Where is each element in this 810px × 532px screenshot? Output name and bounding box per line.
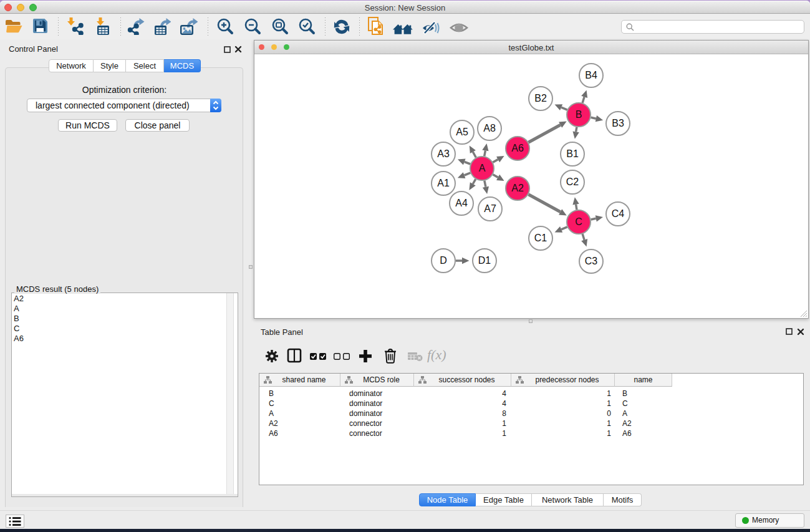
svg-text:A5: A5 (456, 127, 468, 137)
svg-text:B1: B1 (566, 148, 579, 159)
svg-text:A6: A6 (511, 143, 524, 153)
svg-text:A4: A4 (455, 198, 468, 208)
svg-text:C: C (575, 216, 582, 227)
svg-text:C3: C3 (585, 256, 598, 266)
svg-text:A2: A2 (511, 183, 524, 193)
svg-text:B2: B2 (534, 93, 547, 104)
svg-text:B: B (576, 109, 582, 120)
svg-text:B4: B4 (585, 70, 597, 80)
svg-text:D: D (440, 255, 447, 266)
svg-text:C4: C4 (612, 208, 625, 219)
svg-text:A7: A7 (484, 203, 496, 214)
svg-text:D1: D1 (478, 255, 491, 266)
svg-text:C2: C2 (566, 177, 579, 187)
svg-text:C1: C1 (534, 233, 547, 243)
svg-text:A: A (479, 163, 486, 173)
svg-text:A1: A1 (437, 178, 450, 188)
svg-text:A3: A3 (437, 148, 450, 159)
svg-text:B3: B3 (612, 118, 624, 128)
svg-text:A8: A8 (483, 123, 496, 133)
